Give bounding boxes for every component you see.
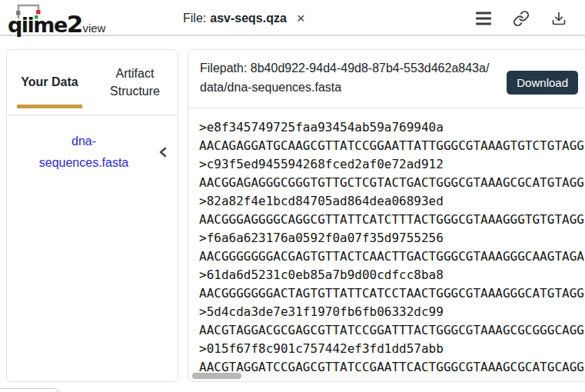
file-tab-filename: asv-seqs.qza bbox=[210, 12, 287, 25]
bottom-peek-card bbox=[0, 388, 60, 392]
logo-main: qiime bbox=[8, 13, 67, 37]
download-icon[interactable] bbox=[550, 9, 568, 28]
sidebar-tabs: Your Data Artifact Structure bbox=[7, 50, 178, 115]
sidebar-panel: Your Data Artifact Structure dna-sequenc… bbox=[6, 49, 178, 382]
logo-sub: view bbox=[82, 22, 105, 35]
tab-artifact-structure[interactable]: Artifact Structure bbox=[92, 50, 178, 115]
file-tab-prefix: File: bbox=[183, 12, 206, 25]
sidebar-content: dna-sequences.fasta bbox=[7, 115, 178, 174]
menu-icon[interactable] bbox=[474, 9, 493, 28]
fasta-content[interactable]: >e8f345749725faa93454ab59a769940a AACAGA… bbox=[188, 108, 585, 373]
filepath-line2: data/dna-sequences.fasta bbox=[200, 78, 497, 98]
tab-your-data[interactable]: Your Data bbox=[7, 50, 92, 115]
logo-text: qiime2view bbox=[8, 10, 105, 38]
close-file-icon[interactable]: × bbox=[294, 9, 307, 27]
horizontal-scrollbar-thumb[interactable] bbox=[192, 373, 241, 379]
app-header: qiime2view File: asv-seqs.qza × bbox=[0, 0, 585, 36]
open-file-tab: File: asv-seqs.qza × bbox=[183, 0, 307, 36]
download-button[interactable]: Download bbox=[507, 71, 578, 95]
chevron-left-icon bbox=[159, 147, 167, 158]
file-viewer-header: Filepath: 8b40d922-94d4-49d8-87b4-553d46… bbox=[188, 50, 585, 108]
tab-artifact-structure-label: Artifact Structure bbox=[100, 65, 170, 100]
sidebar-collapse-button[interactable] bbox=[158, 144, 168, 161]
filepath-line1: Filepath: 8b40d922-94d4-49d8-87b4-553d46… bbox=[200, 59, 497, 78]
header-actions bbox=[474, 0, 568, 36]
logo-two: 2 bbox=[67, 10, 83, 38]
sidebar-item-dna-sequences[interactable]: dna-sequences.fasta bbox=[27, 131, 141, 174]
tab-your-data-label: Your Data bbox=[21, 73, 78, 91]
horizontal-scrollbar[interactable] bbox=[189, 371, 585, 380]
file-viewer-panel: Filepath: 8b40d922-94d4-49d8-87b4-553d46… bbox=[188, 49, 585, 382]
link-icon[interactable] bbox=[512, 9, 530, 28]
